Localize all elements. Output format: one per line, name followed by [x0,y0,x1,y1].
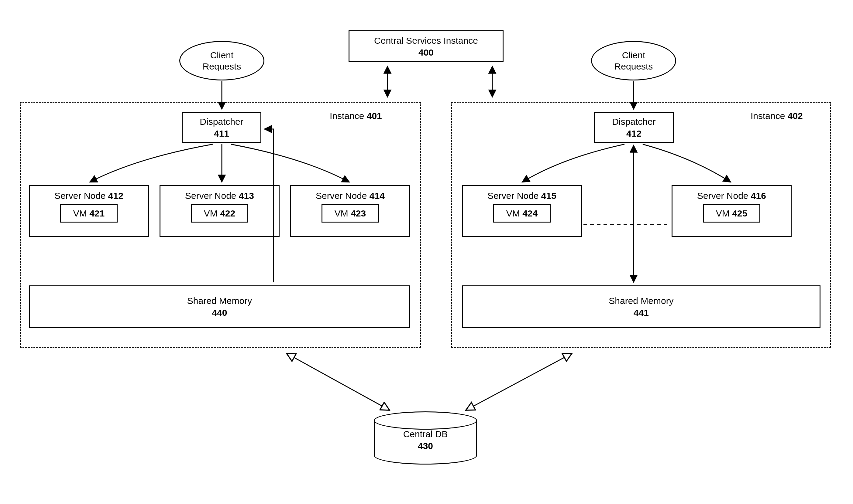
server-node-right-0: Server Node 415 VM 424 [462,185,582,237]
central-services-id: 400 [418,47,434,57]
server-node-right-0-id: 415 [541,191,556,201]
server-node-left-1: Server Node 413 VM 422 [159,185,280,237]
vm-left-1-prefix: VM [204,208,220,218]
vm-left-0: VM 421 [60,204,118,222]
client-requests-left-line1: Client [210,50,234,60]
shared-memory-left-title: Shared Memory [187,296,252,306]
vm-left-2-id: 423 [351,208,366,218]
server-node-left-2-id: 414 [369,191,385,201]
instance-right-prefix: Instance [751,111,788,121]
dispatcher-left-title: Dispatcher [199,116,243,127]
shared-memory-right-title: Shared Memory [609,296,674,306]
vm-right-0-id: 424 [522,208,538,218]
vm-right-0-prefix: VM [506,208,522,218]
vm-right-1: VM 425 [703,204,760,222]
central-db: Central DB 430 [374,411,477,465]
client-requests-right-line2: Requests [614,61,653,71]
svg-line-8 [467,354,571,410]
server-node-right-1-title: Server Node [697,191,751,201]
server-node-left-2: Server Node 414 VM 423 [290,185,410,237]
vm-left-0-id: 421 [89,208,105,218]
dispatcher-left: Dispatcher 411 [182,112,261,143]
server-node-left-1-id: 413 [239,191,254,201]
svg-line-7 [287,354,389,410]
vm-left-1: VM 422 [191,204,248,222]
instance-right-id: 402 [788,111,803,121]
server-node-left-2-title: Server Node [316,191,369,201]
server-node-left-1-title: Server Node [185,191,239,201]
shared-memory-left: Shared Memory 440 [29,285,410,328]
vm-right-1-prefix: VM [716,208,732,218]
vm-left-1-id: 422 [220,208,235,218]
vm-left-0-prefix: VM [73,208,89,218]
client-requests-right: Client Requests [591,41,676,80]
central-db-id: 430 [418,441,433,451]
central-db-title: Central DB [403,429,448,439]
client-requests-left: Client Requests [179,41,264,80]
client-requests-left-line2: Requests [203,61,241,71]
vm-right-0: VM 424 [493,204,551,222]
client-requests-right-line1: Client [622,50,645,60]
central-services-box: Central Services Instance 400 [349,30,504,62]
central-services-title: Central Services Instance [374,36,478,46]
server-node-right-0-title: Server Node [487,191,541,201]
shared-memory-left-id: 440 [212,308,227,318]
server-node-left-0-title: Server Node [54,191,108,201]
dispatcher-right: Dispatcher 412 [594,112,674,143]
instance-right-label: Instance 402 [751,111,803,121]
server-node-right-1-id: 416 [751,191,766,201]
instance-left-id: 401 [367,111,382,121]
dispatcher-right-title: Dispatcher [612,116,656,127]
server-node-left-0-id: 412 [108,191,123,201]
vm-left-2-prefix: VM [335,208,351,218]
instance-left-label: Instance 401 [330,111,382,121]
shared-memory-right: Shared Memory 441 [462,285,820,328]
server-node-left-0: Server Node 412 VM 421 [29,185,149,237]
dispatcher-right-id: 412 [626,128,642,139]
vm-right-1-id: 425 [732,208,747,218]
server-node-right-1: Server Node 416 VM 425 [672,185,791,237]
vm-left-2: VM 423 [321,204,379,222]
shared-memory-right-id: 441 [633,308,649,318]
dispatcher-left-id: 411 [214,128,229,139]
instance-left-prefix: Instance [330,111,367,121]
